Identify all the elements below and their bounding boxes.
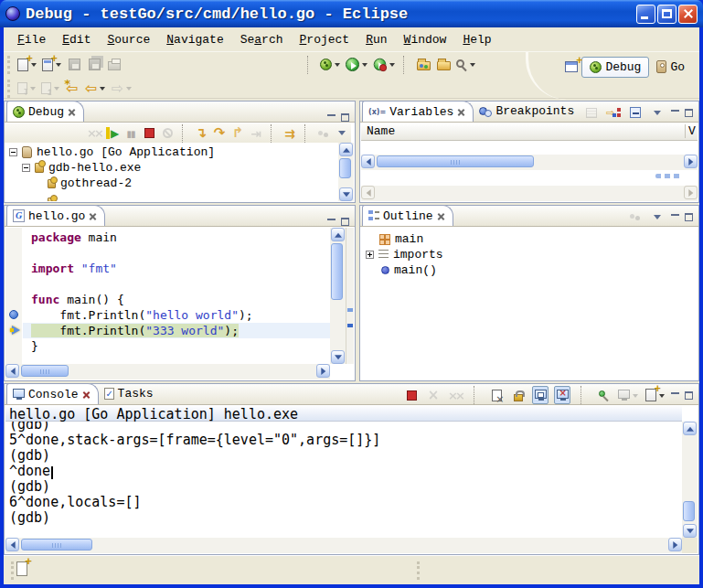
console-vscrollbar[interactable] — [682, 422, 698, 538]
save-all-button[interactable] — [85, 55, 103, 75]
resume-button[interactable] — [104, 124, 121, 143]
forward-button[interactable] — [109, 79, 133, 99]
remove-launch-button[interactable] — [425, 386, 442, 404]
display-selected-console-button[interactable] — [617, 386, 639, 404]
close-icon[interactable] — [457, 108, 465, 116]
use-step-filters-button[interactable] — [282, 124, 298, 143]
debug-tree-vscrollbar[interactable] — [338, 143, 354, 201]
terminate-button[interactable] — [141, 124, 157, 143]
scroll-down-button[interactable] — [683, 524, 697, 538]
dropdown-arrow-icon[interactable] — [470, 63, 475, 69]
scrollbar-thumb[interactable] — [377, 155, 534, 167]
menu-edit[interactable]: Edit — [54, 31, 99, 48]
scroll-down-button[interactable] — [331, 350, 345, 364]
perspective-go-button[interactable]: Go — [649, 58, 692, 77]
terminate-button[interactable] — [403, 386, 420, 404]
show-type-names-button[interactable] — [583, 103, 600, 122]
dropdown-arrow-icon[interactable] — [362, 63, 367, 69]
suspend-button[interactable] — [122, 124, 139, 143]
outline-misc-button[interactable] — [627, 208, 644, 226]
tab-breakpoints[interactable]: Breakpoints — [474, 101, 581, 122]
scroll-up-button[interactable] — [339, 143, 353, 156]
run-launch-button[interactable] — [344, 55, 369, 75]
open-console-button[interactable] — [644, 386, 666, 404]
disconnect-button[interactable] — [159, 124, 176, 143]
maximize-button[interactable] — [657, 5, 676, 24]
collapse-all-button[interactable] — [627, 103, 644, 122]
code-area[interactable]: package main import "fmt" func main() { … — [5, 228, 330, 364]
minimize-view-button[interactable] — [670, 391, 680, 400]
close-icon[interactable] — [437, 212, 445, 220]
tab-tasks[interactable]: Tasks — [99, 383, 161, 404]
scroll-left-button[interactable] — [5, 538, 19, 551]
column-name-header[interactable]: Name — [367, 124, 395, 138]
close-button[interactable] — [678, 5, 698, 24]
breakpoint-icon[interactable] — [9, 310, 18, 319]
dropdown-arrow-icon[interactable] — [100, 87, 105, 93]
outline-row-package[interactable]: main — [379, 231, 423, 247]
instruction-stepping-button[interactable] — [248, 124, 264, 143]
editor-vscrollbar[interactable] — [330, 228, 346, 364]
maximize-view-button[interactable] — [340, 218, 350, 226]
scroll-up-button[interactable] — [331, 228, 345, 241]
editor-hscrollbar[interactable] — [5, 364, 330, 380]
menu-run[interactable]: Run — [357, 31, 395, 48]
new-project-button[interactable] — [40, 55, 63, 75]
menu-search[interactable]: Search — [232, 31, 292, 48]
maximize-view-button[interactable] — [684, 391, 694, 400]
minimize-view-button[interactable] — [326, 218, 336, 226]
scrollbar-thumb[interactable] — [683, 501, 695, 521]
dropdown-arrow-icon[interactable] — [389, 63, 395, 69]
last-edit-location-button[interactable] — [63, 79, 81, 99]
save-button[interactable] — [65, 55, 83, 75]
open-folder-button[interactable] — [434, 55, 453, 75]
tree-row-clipped[interactable] — [48, 194, 56, 201]
open-perspective-button[interactable] — [562, 57, 581, 77]
outline-row-imports[interactable]: imports — [366, 247, 443, 262]
menu-help[interactable]: Help — [454, 31, 499, 48]
tree-row-process[interactable]: gdb-hello.exe — [22, 160, 141, 176]
annotation-ruler[interactable] — [5, 228, 22, 364]
collapse-expander-icon[interactable] — [9, 148, 17, 156]
close-icon[interactable] — [82, 390, 91, 399]
menu-navigate[interactable]: Navigate — [158, 31, 231, 48]
fast-view-button[interactable] — [16, 561, 27, 576]
remove-all-terminated-button[interactable] — [447, 386, 463, 404]
maximize-view-button[interactable] — [684, 109, 694, 117]
pin-console-button[interactable] — [595, 386, 612, 404]
maximize-view-button[interactable] — [684, 213, 694, 221]
debug-misc-button[interactable] — [315, 124, 332, 143]
overview-ruler[interactable] — [346, 228, 354, 364]
dropdown-arrow-icon[interactable] — [30, 87, 36, 93]
search-button[interactable] — [454, 55, 477, 75]
scroll-right-button[interactable] — [684, 155, 698, 168]
column-value-header[interactable]: V — [685, 124, 698, 138]
scrollbar-thumb[interactable] — [339, 158, 351, 178]
close-icon[interactable] — [68, 108, 76, 116]
variables-detail-pane[interactable] — [361, 170, 698, 187]
instruction-pointer-overview-mark[interactable] — [347, 324, 353, 327]
clear-console-button[interactable] — [488, 386, 505, 404]
step-into-button[interactable] — [193, 124, 209, 143]
remove-all-terminated-button[interactable] — [86, 124, 102, 143]
close-icon[interactable] — [89, 212, 97, 220]
show-logical-structures-button[interactable] — [605, 103, 622, 122]
tab-hello-go[interactable]: G hello.go — [6, 205, 105, 226]
dropdown-arrow-icon[interactable] — [335, 63, 340, 69]
outline-view-menu-button[interactable] — [649, 208, 666, 226]
menu-project[interactable]: Project — [292, 31, 358, 48]
outline-row-main-func[interactable]: main() — [381, 262, 437, 278]
console-output[interactable]: (gdb) 5^done,stack-args=[frame={level="0… — [5, 422, 682, 538]
print-button[interactable] — [105, 55, 123, 75]
dropdown-arrow-icon[interactable] — [54, 87, 59, 93]
breakpoint-overview-mark[interactable] — [347, 308, 353, 312]
scroll-left-button[interactable] — [361, 155, 375, 168]
dropdown-arrow-icon[interactable] — [126, 87, 132, 93]
new-wizard-button[interactable] — [16, 55, 38, 75]
tab-outline[interactable]: Outline — [362, 205, 453, 226]
scroll-down-button[interactable] — [339, 187, 353, 201]
debug-view-menu-button[interactable] — [334, 124, 350, 143]
scrollbar-thumb[interactable] — [21, 365, 69, 377]
minimize-view-button[interactable] — [670, 213, 680, 221]
tab-variables[interactable]: (x)= Variables — [362, 101, 474, 122]
